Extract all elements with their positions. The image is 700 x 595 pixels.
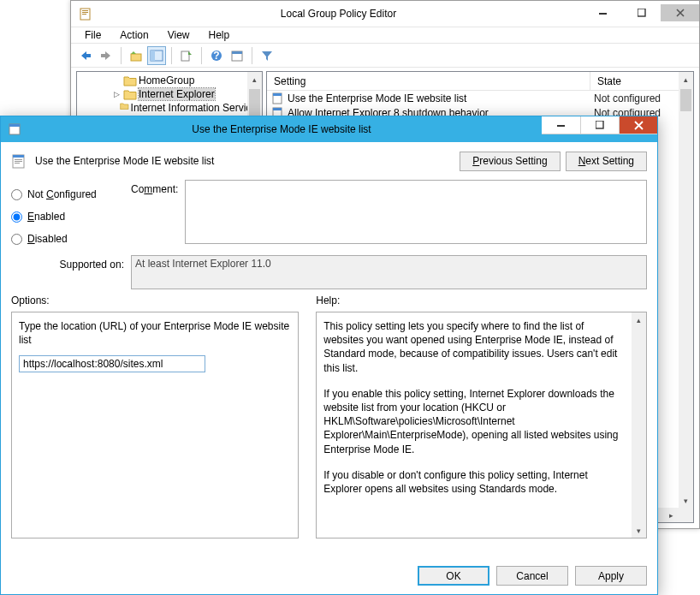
tree-expander-icon[interactable]: ▷ [111,90,122,98]
back-button[interactable] [76,46,95,65]
scroll-down-icon[interactable]: ▾ [632,523,646,538]
svg-rect-4 [599,13,607,15]
svg-rect-17 [273,93,282,96]
properties-button[interactable] [228,46,246,65]
gpe-maximize-button[interactable] [622,4,661,21]
dialog-titlebar[interactable]: Use the Enterprise Mode IE website list [1,116,657,142]
help-paragraph: This policy setting lets you specify whe… [323,319,626,375]
svg-rect-2 [82,12,88,13]
gpe-titlebar[interactable]: Local Group Policy Editor [71,1,699,27]
dialog-close-button[interactable] [619,116,657,134]
list-item-label: Use the Enterprise Mode IE website list [286,92,590,104]
filter-icon[interactable] [258,46,276,65]
svg-rect-11 [181,51,189,61]
svg-rect-15 [232,51,242,54]
svg-rect-22 [557,125,565,127]
scroll-up-icon[interactable]: ▴ [632,312,646,327]
scroll-up-icon[interactable]: ▴ [679,72,693,86]
list-row[interactable]: Use the Enterprise Mode IE website listN… [267,91,693,105]
help-panel: This policy setting lets you specify whe… [316,312,647,538]
svg-text:?: ? [213,50,219,62]
col-setting[interactable]: Setting [267,72,590,90]
folder-icon [123,74,137,86]
tree-item-label: Internet Information Services [131,102,262,114]
dialog-heading: Use the Enterprise Mode IE website list [35,155,454,167]
show-hide-tree-button[interactable] [147,46,166,65]
gpe-toolbar: ? [71,44,699,68]
svg-rect-21 [9,124,20,127]
gpe-app-icon [80,7,93,21]
list-vscrollbar[interactable]: ▴ ▾ [679,72,693,508]
scroll-right-icon[interactable]: ▸ [664,511,679,520]
site-list-url-input[interactable] [19,355,205,372]
svg-rect-6 [86,54,91,57]
help-icon[interactable]: ? [207,46,226,65]
scroll-up-icon[interactable]: ▴ [247,72,262,86]
dialog-maximize-button[interactable] [580,116,619,134]
options-panel: Type the location (URL) of your Enterpri… [11,312,299,538]
menu-help[interactable]: Help [200,27,239,43]
radio-disabled[interactable]: Disabled [11,228,131,250]
policy-item-icon [270,92,286,104]
svg-rect-3 [82,14,86,15]
svg-rect-28 [15,163,20,164]
svg-rect-7 [101,54,106,57]
help-label: Help: [316,295,647,306]
svg-rect-27 [15,161,22,162]
gpe-minimize-button[interactable] [584,4,622,21]
apply-button[interactable]: Apply [575,566,647,586]
dialog-title: Use the Enterprise Mode IE website list [21,123,542,135]
folder-icon [123,88,137,100]
policy-icon [11,152,28,170]
scroll-corner [679,508,693,522]
option-description: Type the location (URL) of your Enterpri… [19,319,291,347]
svg-rect-19 [273,108,282,110]
tree-item[interactable]: Internet Information Services [77,101,262,115]
col-state[interactable]: State [590,72,693,90]
supported-on-label: Supported on: [11,255,131,271]
menu-file[interactable]: File [76,27,110,43]
tree-item[interactable]: ▷Internet Explorer [77,87,262,101]
menu-action[interactable]: Action [111,27,157,43]
radio-not-configured[interactable]: Not Configured [11,183,131,205]
tree-item-label: HomeGroup [139,74,194,86]
comment-label: Comment: [131,180,178,244]
options-label: Options: [11,295,299,306]
svg-rect-1 [82,10,88,11]
dialog-app-icon [8,122,21,136]
dialog-minimize-button[interactable] [542,116,580,134]
folder-icon [120,102,129,114]
svg-rect-5 [638,9,645,16]
policy-setting-dialog: Use the Enterprise Mode IE website list … [0,116,658,595]
gpe-menubar: File Action View Help [71,27,699,44]
svg-rect-25 [13,155,24,158]
gpe-close-button[interactable] [661,4,699,21]
list-item-state: Not configured [590,92,693,104]
forward-button[interactable] [97,46,116,65]
ok-button[interactable]: OK [418,566,489,586]
menu-view[interactable]: View [159,27,199,43]
up-button[interactable] [127,46,145,65]
list-header: Setting State [267,72,693,91]
state-radio-group: Not Configured Enabled Disabled [11,180,131,250]
next-setting-button[interactable]: Next Setting [566,152,647,171]
scroll-thumb[interactable] [680,89,691,111]
help-paragraph: If you enable this policy setting, Inter… [323,387,626,456]
svg-rect-10 [151,51,155,61]
svg-rect-26 [15,159,22,160]
tree-item-label: Internet Explorer [139,88,215,100]
cancel-button[interactable]: Cancel [496,566,568,586]
svg-rect-8 [131,54,141,61]
scroll-down-icon[interactable]: ▾ [679,493,693,508]
svg-rect-23 [596,121,603,128]
export-button[interactable] [177,46,196,65]
tree-item[interactable]: HomeGroup [77,74,262,87]
help-scrollbar[interactable]: ▴ ▾ [632,312,646,538]
gpe-title: Local Group Policy Editor [93,8,584,20]
radio-enabled[interactable]: Enabled [11,205,131,228]
previous-setting-button[interactable]: Previous Setting [460,152,560,171]
comment-textarea[interactable] [185,180,647,244]
supported-on-value: At least Internet Explorer 11.0 [131,255,647,289]
help-paragraph: If you disable or don't configure this p… [323,468,626,496]
